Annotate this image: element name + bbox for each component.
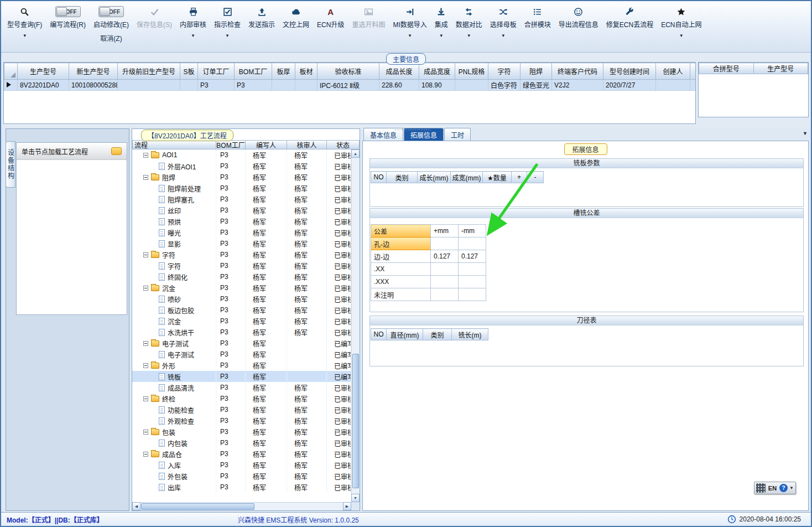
tree-row[interactable]: 字符P3杨军杨军已审核	[132, 249, 351, 260]
toolbar-button-start-modify[interactable]: OFF启动修改(E)取消(Z)	[90, 2, 133, 53]
tree-row[interactable]: 出库P3杨军杨军已审核	[132, 482, 351, 493]
toolbar-button-fix-ecn-lost-process[interactable]: 修复ECN丢流程	[602, 2, 657, 39]
toolbar-button-internal-audit[interactable]: 内部审核▾	[176, 2, 210, 39]
toolbar-button-write-process[interactable]: OFF编写流程(R)	[46, 2, 90, 39]
collapse-icon[interactable]	[143, 430, 148, 435]
tree-row[interactable]: 阻焊前处理P3杨军杨军已审核	[132, 183, 351, 194]
toolbar-button-doc-control-upload[interactable]: 文控上网	[279, 2, 313, 39]
tolerance-label-cell[interactable]: 边-边	[371, 250, 431, 263]
dropdown-arrow-icon[interactable]: ▾	[680, 33, 683, 39]
dropdown-arrow-icon[interactable]: ▾	[409, 33, 412, 39]
toolbar-button-model-query[interactable]: 型号查询(F)▾	[3, 2, 46, 39]
vertical-scrollbar[interactable]: ▲ ▼	[351, 149, 360, 502]
toolbar-button-mi-data-import[interactable]: MI数据导入▾	[389, 2, 430, 39]
column-header[interactable]: +	[512, 172, 527, 183]
tree-row[interactable]: 功能检查P3杨军杨军已审核	[132, 404, 351, 415]
column-header[interactable]: -	[527, 172, 544, 183]
column-header[interactable]: 状态	[327, 140, 360, 149]
toolbar-button-save-info[interactable]: 保存信息(S)	[133, 2, 176, 39]
tree-row[interactable]: 阻焊塞孔P3杨军杨军已审核	[132, 194, 351, 205]
input-language-label[interactable]: EN	[767, 485, 778, 492]
tree-row[interactable]: 成品仓P3杨军杨军已审核	[132, 448, 351, 459]
dropdown-arrow-icon[interactable]: ▾	[192, 33, 195, 39]
column-header[interactable]	[690, 63, 696, 80]
column-header[interactable]: 成长(mm)	[418, 172, 451, 183]
tolerance-minus-cell[interactable]	[459, 263, 486, 276]
collapse-icon[interactable]	[143, 341, 148, 346]
toolbar-button-ecn-upgrade[interactable]: AECN升级	[313, 2, 348, 39]
tree-row[interactable]: 丝印P3杨军杨军已审核	[132, 205, 351, 216]
column-header[interactable]: 字符	[488, 63, 520, 80]
dropdown-arrow-icon[interactable]: ▾	[468, 33, 471, 39]
hscroll-thumb[interactable]	[141, 503, 254, 510]
tree-row[interactable]: 水洗烘干P3杨军杨军已审核	[132, 327, 351, 338]
input-method-bar[interactable]: EN ? ▼	[754, 482, 796, 494]
toolbar-button-data-compare[interactable]: 数据对比▾	[452, 2, 486, 39]
column-header[interactable]: ★数量	[483, 172, 512, 183]
toolbar-button-select-mother-board[interactable]: 选择母板▾	[486, 2, 520, 39]
toolbar-button-reselect-cutting-map[interactable]: 重选开料图	[348, 2, 389, 39]
column-header[interactable]: 订单工厂	[198, 63, 235, 80]
column-header[interactable]: BOM工厂	[216, 140, 246, 149]
tree-row[interactable]: 铣板P3杨军已编写	[132, 371, 351, 382]
tolerance-minus-cell[interactable]	[459, 288, 486, 301]
column-header[interactable]: 新生产型号	[69, 63, 118, 80]
toggle-switch[interactable]: OFF	[98, 6, 124, 17]
scroll-left-icon[interactable]: ◀	[132, 502, 140, 510]
column-header[interactable]: 类别	[387, 172, 418, 183]
tree-row[interactable]: 外层AOI1P3杨军杨军已审核	[132, 161, 351, 172]
tolerance-plus-cell[interactable]	[431, 237, 459, 250]
tolerance-plus-cell[interactable]	[431, 288, 459, 301]
column-header[interactable]: 类别	[423, 329, 452, 340]
dropdown-arrow-icon[interactable]: ▾	[502, 33, 505, 39]
tolerance-plus-cell[interactable]	[431, 263, 459, 276]
tolerance-minus-cell[interactable]	[459, 237, 486, 250]
tree-row[interactable]: 预烘P3杨军杨军已审核	[132, 216, 351, 227]
column-header[interactable]: 核审人	[287, 140, 327, 149]
column-header[interactable]: 直径(mm)	[387, 329, 423, 340]
scroll-right-icon[interactable]: ▶	[343, 502, 351, 510]
tree-row[interactable]: AOI1P3杨军杨军已审核	[132, 149, 351, 161]
tree-row[interactable]: 入库P3杨军杨军已审核	[132, 459, 351, 471]
tree-row[interactable]: 沉金P3杨军杨军已审核	[132, 282, 351, 293]
column-header[interactable]: S板	[180, 63, 198, 80]
column-header[interactable]: 升级前旧生产型号	[118, 63, 180, 80]
horizontal-scrollbar[interactable]: ◀ ▶	[132, 502, 351, 510]
toolbar-button-export-process-info[interactable]: 导出流程信息	[555, 2, 602, 39]
column-header[interactable]: 生产型号	[753, 63, 808, 74]
toolbar-button-merge-module[interactable]: 合拼模块	[520, 2, 555, 39]
tree-row[interactable]: 内包装P3杨军杨军已审核	[132, 437, 351, 448]
column-header[interactable]: 合拼型号	[699, 63, 754, 74]
tab-work-hours[interactable]: 工时	[444, 128, 471, 141]
dropdown-arrow-icon[interactable]: ▾	[440, 33, 443, 39]
tree-row[interactable]: 曝光P3杨军杨军已审核	[132, 227, 351, 238]
column-header[interactable]: 阻焊	[520, 63, 552, 80]
column-header[interactable]: 终端客户代码	[552, 63, 603, 80]
toolbar-button-instruction-check[interactable]: 指示检查▾	[210, 2, 244, 39]
column-header[interactable]: 流程	[132, 140, 216, 149]
tree-row[interactable]: 包装P3杨军杨军已审核	[132, 426, 351, 437]
column-header[interactable]: 创建人	[656, 63, 690, 80]
toolbar-button-sublabel[interactable]: 取消(Z)	[100, 33, 122, 43]
column-header[interactable]: NO	[371, 329, 387, 340]
column-header[interactable]: 铣长(m)	[452, 329, 488, 340]
collapse-icon[interactable]	[143, 175, 148, 180]
toggle-switch[interactable]: OFF	[55, 6, 81, 17]
tree-row[interactable]: 阻焊P3杨军杨军已审核	[132, 172, 351, 183]
collapse-icon[interactable]	[143, 452, 148, 457]
tolerance-minus-cell[interactable]	[459, 276, 486, 288]
scroll-up-icon[interactable]: ▲	[351, 149, 360, 158]
tree-row[interactable]: 喷砂P3杨军杨军已审核	[132, 293, 351, 304]
tolerance-minus-cell[interactable]: 0.127	[459, 250, 486, 263]
scroll-thumb[interactable]	[352, 354, 359, 488]
help-icon[interactable]: ?	[779, 484, 788, 492]
splitter-grip[interactable]	[394, 127, 431, 130]
collapse-icon[interactable]	[143, 286, 148, 291]
collapse-icon[interactable]	[143, 252, 148, 257]
tolerance-plus-cell[interactable]: +mm	[431, 225, 459, 237]
tree-row[interactable]: 外包装P3杨军杨军已审核	[132, 471, 351, 482]
tree-row[interactable]: 板边包胶P3杨军杨军已审核	[132, 304, 351, 316]
tolerance-label-cell[interactable]: 孔-边	[371, 237, 431, 250]
column-header[interactable]: 板厚	[272, 63, 295, 80]
dropdown-arrow-icon[interactable]: ▾	[23, 33, 26, 39]
